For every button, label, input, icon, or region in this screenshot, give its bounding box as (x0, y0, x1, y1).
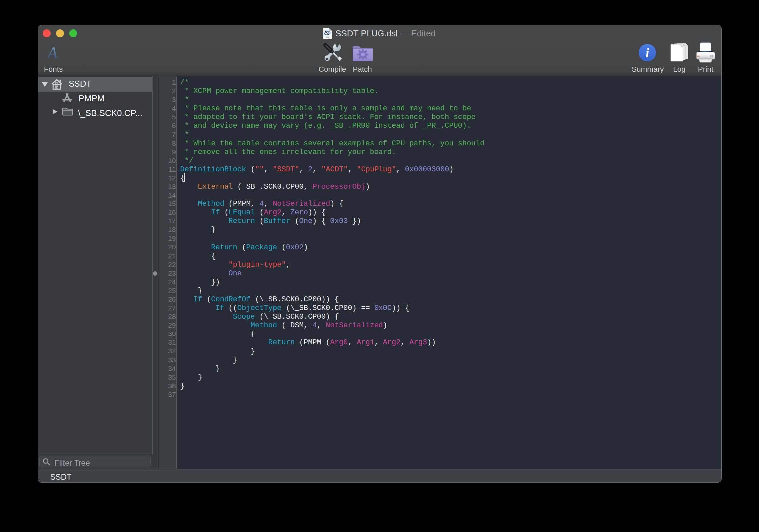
svg-text:i: i (645, 45, 649, 60)
svg-text:DSL: DSL (326, 36, 330, 38)
svg-text:A: A (48, 47, 58, 60)
